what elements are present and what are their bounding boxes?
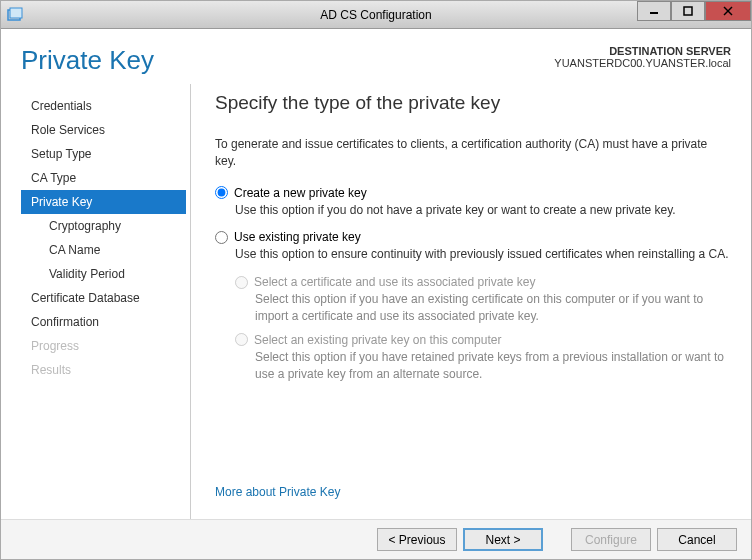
nav-item-role-services[interactable]: Role Services bbox=[21, 118, 186, 142]
svg-rect-1 bbox=[10, 8, 22, 18]
sub-option-select-cert-desc: Select this option if you have an existi… bbox=[255, 291, 731, 325]
svg-rect-3 bbox=[684, 7, 692, 15]
configure-button: Configure bbox=[571, 528, 651, 551]
destination-label: DESTINATION SERVER bbox=[554, 45, 731, 57]
nav-item-confirmation[interactable]: Confirmation bbox=[21, 310, 186, 334]
main-heading: Specify the type of the private key bbox=[215, 92, 731, 114]
sub-option-select-key-desc: Select this option if you have retained … bbox=[255, 349, 731, 383]
radio-select-cert-label: Select a certificate and use its associa… bbox=[254, 275, 535, 289]
nav-item-credentials[interactable]: Credentials bbox=[21, 94, 186, 118]
minimize-button[interactable] bbox=[637, 1, 671, 21]
nav-item-cryptography[interactable]: Cryptography bbox=[21, 214, 186, 238]
window-controls bbox=[637, 1, 751, 28]
close-button[interactable] bbox=[705, 1, 751, 21]
nav-item-certificate-database[interactable]: Certificate Database bbox=[21, 286, 186, 310]
radio-select-key-label: Select an existing private key on this c… bbox=[254, 333, 501, 347]
destination-server: DESTINATION SERVER YUANSTERDC00.YUANSTER… bbox=[554, 45, 731, 69]
intro-text: To generate and issue certificates to cl… bbox=[215, 136, 731, 170]
footer: < Previous Next > Configure Cancel bbox=[1, 519, 751, 559]
page-title: Private Key bbox=[21, 45, 154, 76]
nav-item-validity-period[interactable]: Validity Period bbox=[21, 262, 186, 286]
option-existing: Use existing private key Use this option… bbox=[215, 230, 731, 382]
sub-option-select-cert: Select a certificate and use its associa… bbox=[235, 275, 731, 325]
radio-select-key bbox=[235, 333, 248, 346]
title-bar: AD CS Configuration bbox=[1, 1, 751, 29]
radio-create-new-label[interactable]: Create a new private key bbox=[234, 186, 367, 200]
cancel-button[interactable]: Cancel bbox=[657, 528, 737, 551]
next-button[interactable]: Next > bbox=[463, 528, 543, 551]
header: Private Key DESTINATION SERVER YUANSTERD… bbox=[1, 29, 751, 84]
nav-item-private-key[interactable]: Private Key bbox=[21, 190, 186, 214]
app-icon bbox=[5, 5, 25, 25]
nav-item-ca-name[interactable]: CA Name bbox=[21, 238, 186, 262]
nav-item-setup-type[interactable]: Setup Type bbox=[21, 142, 186, 166]
destination-value: YUANSTERDC00.YUANSTER.local bbox=[554, 57, 731, 69]
nav-item-progress: Progress bbox=[21, 334, 186, 358]
option-create-desc: Use this option if you do not have a pri… bbox=[235, 202, 731, 219]
sidebar: CredentialsRole ServicesSetup TypeCA Typ… bbox=[21, 84, 191, 519]
radio-create-new[interactable] bbox=[215, 186, 228, 199]
nav-item-results: Results bbox=[21, 358, 186, 382]
radio-use-existing[interactable] bbox=[215, 231, 228, 244]
radio-select-cert bbox=[235, 276, 248, 289]
main-content: Specify the type of the private key To g… bbox=[191, 84, 731, 519]
option-create: Create a new private key Use this option… bbox=[215, 186, 731, 219]
option-existing-desc: Use this option to ensure continuity wit… bbox=[235, 246, 731, 263]
sub-option-select-key: Select an existing private key on this c… bbox=[235, 333, 731, 383]
nav-item-ca-type[interactable]: CA Type bbox=[21, 166, 186, 190]
maximize-button[interactable] bbox=[671, 1, 705, 21]
more-about-link[interactable]: More about Private Key bbox=[215, 485, 340, 499]
radio-use-existing-label[interactable]: Use existing private key bbox=[234, 230, 361, 244]
previous-button[interactable]: < Previous bbox=[377, 528, 457, 551]
